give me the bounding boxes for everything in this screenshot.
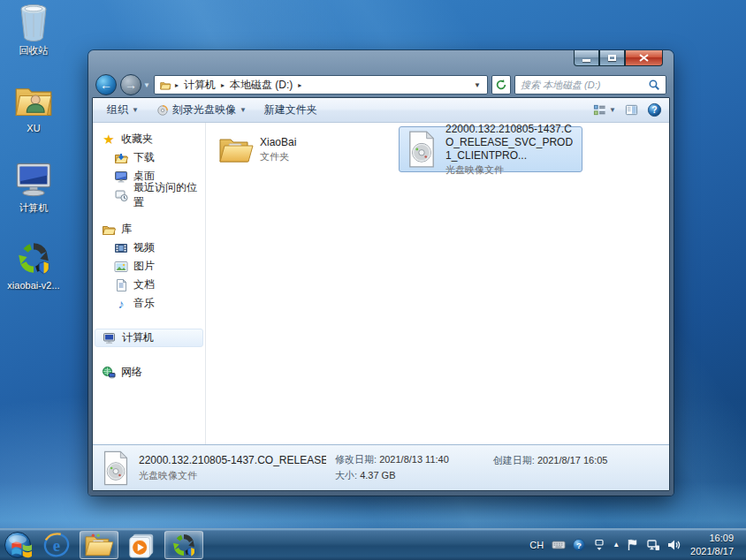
sidebar-item-libraries[interactable]: 库 <box>93 220 205 238</box>
desktop-icon-recycle-bin[interactable]: 回收站 <box>4 2 64 78</box>
recent-places-icon <box>114 188 128 202</box>
burn-label: 刻录光盘映像 <box>172 102 236 117</box>
help-button[interactable] <box>647 102 662 117</box>
desktop-icon-xiaobai[interactable]: xiaobai-v2... <box>4 238 64 314</box>
sidebar-item-recent-places[interactable]: 最近访问的位置 <box>93 185 205 204</box>
location-folder-icon <box>158 79 172 91</box>
windows-explorer-icon <box>84 532 114 558</box>
documents-icon <box>114 278 128 292</box>
taskbar-xiaobai-active[interactable] <box>164 531 203 559</box>
download-folder-icon <box>114 151 128 165</box>
xiaobai-app-icon <box>14 238 53 278</box>
address-bar[interactable]: ▸ 计算机 ▸ 本地磁盘 (D:) ▸ ▼ <box>154 75 488 95</box>
details-file-type: 光盘映像文件 <box>139 469 326 482</box>
chevron-down-icon: ▼ <box>132 106 139 114</box>
sidebar-label: 计算机 <box>122 330 154 345</box>
close-icon <box>639 54 649 62</box>
breadcrumb-computer[interactable]: 计算机 <box>181 77 218 94</box>
desktop-icon-user-folder[interactable]: XU <box>4 80 64 156</box>
sidebar-item-music[interactable]: ♪ 音乐 <box>93 294 205 313</box>
action-center-flag-icon[interactable] <box>626 538 640 552</box>
file-list[interactable]: XiaoBai 文件夹 22000.132.210805-1437.CO_REL… <box>206 123 669 444</box>
sidebar-label: 视频 <box>133 240 155 255</box>
taskbar-media-player[interactable] <box>122 531 161 559</box>
title-bar[interactable] <box>92 50 670 72</box>
forward-button[interactable]: → <box>120 74 141 95</box>
language-indicator[interactable]: CH <box>528 540 545 550</box>
sidebar-label: 库 <box>121 222 132 237</box>
address-dropdown-icon[interactable]: ▼ <box>471 81 483 89</box>
caption-buttons <box>574 50 663 66</box>
search-icon <box>648 79 660 91</box>
sidebar-item-favorites[interactable]: ★ 收藏夹 <box>93 130 205 148</box>
computer-icon <box>14 159 53 200</box>
maximize-icon <box>608 55 616 61</box>
desktop-icon-label: 计算机 <box>19 201 49 215</box>
search-input[interactable] <box>521 79 648 90</box>
desktop-icon-label: XU <box>27 123 40 133</box>
explorer-window: ← → ▼ ▸ 计算机 ▸ 本地磁盘 (D:) ▸ ▼ 组织 ▼ <box>88 50 674 496</box>
keyboard-icon[interactable] <box>552 538 566 552</box>
file-tile-iso-selected[interactable]: 22000.132.210805-1437.CO_RELEASE_SVC_PRO… <box>399 126 582 172</box>
sidebar-item-computer[interactable]: 计算机 <box>95 329 203 347</box>
chevron-down-icon: ▼ <box>609 106 616 114</box>
created-date-label: 创建日期: <box>493 455 535 465</box>
minimize-icon <box>582 59 590 62</box>
taskbar-internet-explorer[interactable] <box>37 531 76 559</box>
sidebar-item-network[interactable]: 网络 <box>93 363 205 382</box>
maximize-button[interactable] <box>599 50 625 66</box>
organize-button[interactable]: 组织 ▼ <box>100 100 146 120</box>
sidebar-label: 音乐 <box>133 296 155 311</box>
back-button[interactable]: ← <box>95 74 117 95</box>
preview-pane-button[interactable] <box>625 103 638 117</box>
help-icon <box>647 102 662 117</box>
change-view-button[interactable]: ▼ <box>593 103 616 117</box>
sidebar-item-downloads[interactable]: 下载 <box>93 148 205 167</box>
recent-pages-dropdown[interactable]: ▼ <box>143 81 150 89</box>
language-bar-options-icon[interactable] <box>592 538 606 552</box>
search-box[interactable] <box>514 75 666 95</box>
windows-start-icon <box>4 531 32 559</box>
disc-icon <box>156 104 169 117</box>
volume-icon[interactable] <box>666 538 681 552</box>
desktop-icon-label: 回收站 <box>19 44 49 57</box>
sidebar-label: 图片 <box>133 259 155 274</box>
burn-disc-image-button[interactable]: 刻录光盘映像 ▼ <box>149 100 254 120</box>
pictures-icon <box>114 260 128 274</box>
network-status-icon[interactable] <box>646 538 660 552</box>
sidebar-label: 网络 <box>121 365 142 380</box>
navigation-bar: ← → ▼ ▸ 计算机 ▸ 本地磁盘 (D:) ▸ ▼ <box>92 72 670 97</box>
sidebar-item-pictures[interactable]: 图片 <box>93 257 205 276</box>
internet-explorer-icon <box>42 531 71 559</box>
sidebar-label: 最近访问的位置 <box>133 180 205 210</box>
sidebar-item-documents[interactable]: 文档 <box>93 276 205 294</box>
ime-help-icon[interactable] <box>572 538 586 552</box>
desktop-icon-computer[interactable]: 计算机 <box>4 159 64 235</box>
breadcrumb-separator: ▸ <box>175 81 179 89</box>
disc-image-file-icon <box>102 450 130 486</box>
desktop-icon-label: xiaobai-v2... <box>7 280 59 291</box>
desktop-icon-list: 回收站 XU 计算机 xiaobai-v2... <box>4 2 65 316</box>
refresh-button[interactable] <box>491 75 511 95</box>
breadcrumb-local-disk-d[interactable]: 本地磁盘 (D:) <box>227 77 295 94</box>
clock-date: 2021/8/17 <box>690 545 734 558</box>
media-player-icon <box>127 531 156 559</box>
user-folder-icon <box>14 80 53 121</box>
taskbar-clock[interactable]: 16:09 2021/8/17 <box>687 532 739 558</box>
show-hidden-icons-button[interactable]: ▲ <box>613 541 620 549</box>
file-tile-xiaobai-folder[interactable]: XiaoBai 文件夹 <box>213 126 390 172</box>
created-date-value: 2021/8/17 16:05 <box>537 455 608 465</box>
close-button[interactable] <box>625 50 663 66</box>
back-arrow-icon: ← <box>100 78 112 92</box>
preview-pane-icon <box>625 103 638 117</box>
minimize-button[interactable] <box>574 50 599 66</box>
sidebar-label: 收藏夹 <box>121 132 153 147</box>
taskbar-windows-explorer-active[interactable] <box>80 531 118 559</box>
sidebar-item-videos[interactable]: 视频 <box>93 238 205 257</box>
system-tray: CH ▲ 16:09 2021/8/17 <box>528 529 746 560</box>
new-folder-button[interactable]: 新建文件夹 <box>257 100 324 120</box>
recycle-bin-icon <box>14 2 53 42</box>
sidebar-label: 文档 <box>133 277 155 292</box>
details-pane: 22000.132.210805-1437.CO_RELEASE... 光盘映像… <box>93 444 669 490</box>
start-button[interactable] <box>0 529 35 560</box>
